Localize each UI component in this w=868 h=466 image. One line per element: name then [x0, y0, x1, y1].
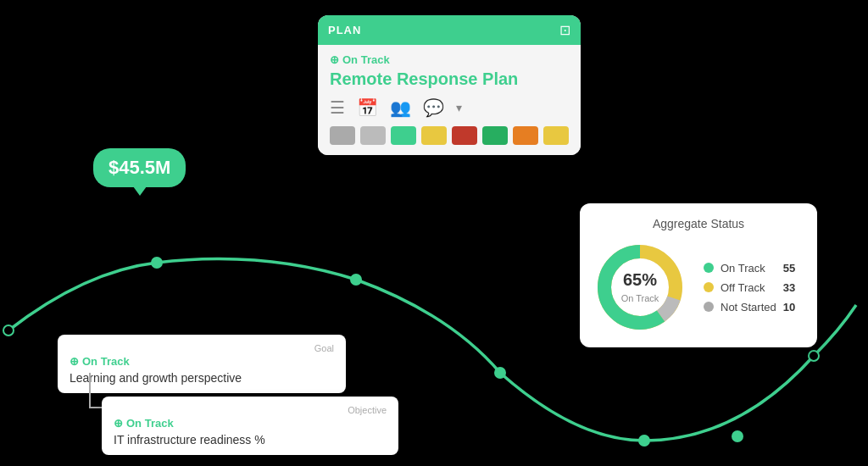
plan-status: ⊕ On Track	[330, 53, 569, 66]
plan-colors-row	[330, 126, 569, 145]
objective-status-icon: ⊕	[114, 417, 123, 430]
legend-dot-offtrack	[704, 282, 714, 292]
goal-tag: Goal	[70, 343, 334, 353]
plan-icons-row: ☰ 📅 👥 💬 ▾	[330, 97, 569, 118]
color-swatch-yellow[interactable]	[421, 126, 447, 145]
aggregate-title: Aggregate Status	[593, 217, 804, 230]
curve-dot-5	[638, 435, 650, 447]
goal-status-icon: ⊕	[70, 355, 79, 368]
color-swatch-green[interactable]	[391, 126, 416, 145]
curve-dot-7	[808, 350, 820, 362]
legend-count-ontrack: 55	[783, 262, 795, 275]
legend-item-notstarted: Not Started 10	[704, 301, 795, 313]
color-swatch-orange[interactable]	[513, 126, 538, 145]
curve-dot-4	[494, 367, 506, 379]
color-swatch-gray2[interactable]	[360, 126, 386, 145]
color-swatch-gray1[interactable]	[330, 126, 355, 145]
curve-dot-3	[350, 274, 362, 286]
legend-count-offtrack: 33	[783, 281, 795, 294]
legend-label-notstarted: Not Started	[721, 301, 776, 313]
goal-description: Learning and growth perspective	[70, 371, 334, 385]
legend: On Track 55 Off Track 33 Not Started 10	[704, 262, 795, 313]
aggregate-status-card: Aggregate Status 65% On Track On Track	[580, 203, 817, 347]
curve-dot-2	[151, 257, 163, 269]
objective-description: IT infrastructure readiness %	[114, 433, 387, 447]
curve-dot-6	[732, 430, 743, 442]
legend-label-offtrack: Off Track	[721, 281, 765, 294]
plan-card-body: ⊕ On Track Remote Response Plan ☰ 📅 👥 💬 …	[318, 45, 581, 155]
objective-tag: Objective	[114, 405, 387, 415]
donut-center: 65% On Track	[621, 270, 659, 305]
legend-dot-ontrack	[704, 263, 714, 273]
donut-percentage: 65%	[621, 270, 659, 290]
team-icon[interactable]: 👥	[390, 97, 411, 118]
goal-card: Goal ⊕ On Track Learning and growth pers…	[58, 335, 346, 393]
list-icon[interactable]: ☰	[330, 97, 345, 118]
legend-label-ontrack: On Track	[721, 262, 765, 275]
color-swatch-darkgreen[interactable]	[482, 126, 508, 145]
objective-connector-vertical	[89, 373, 91, 407]
legend-dot-notstarted	[704, 302, 714, 312]
color-swatch-gold[interactable]	[543, 126, 569, 145]
chevron-down-icon[interactable]: ▾	[456, 101, 462, 114]
legend-item-offtrack: Off Track 33	[704, 281, 795, 294]
check-circle-icon: ⊕	[330, 53, 339, 66]
comment-icon[interactable]: 💬	[423, 97, 444, 118]
objective-status: ⊕ On Track	[114, 417, 387, 430]
curve-dot-1	[3, 325, 14, 336]
calendar-icon[interactable]: 📅	[357, 97, 378, 118]
plan-card: PLAN ⊡ ⊕ On Track Remote Response Plan ☰…	[318, 15, 581, 155]
budget-amount: $45.5M	[108, 157, 170, 178]
donut-sublabel: On Track	[621, 293, 659, 303]
donut-chart: 65% On Track	[593, 241, 687, 334]
aggregate-content: 65% On Track On Track 55 Off Track 33 No…	[593, 241, 804, 334]
plan-header-label: PLAN	[328, 24, 361, 36]
objective-card: Objective ⊕ On Track IT infrastructure r…	[102, 397, 398, 455]
legend-item-ontrack: On Track 55	[704, 262, 795, 275]
budget-bubble: $45.5M	[93, 148, 186, 187]
goal-status: ⊕ On Track	[70, 355, 334, 368]
edit-icon[interactable]: ⊡	[559, 22, 570, 38]
plan-card-header: PLAN ⊡	[318, 15, 581, 45]
legend-count-notstarted: 10	[783, 301, 795, 313]
color-swatch-red[interactable]	[452, 126, 477, 145]
plan-name: Remote Response Plan	[330, 69, 569, 89]
